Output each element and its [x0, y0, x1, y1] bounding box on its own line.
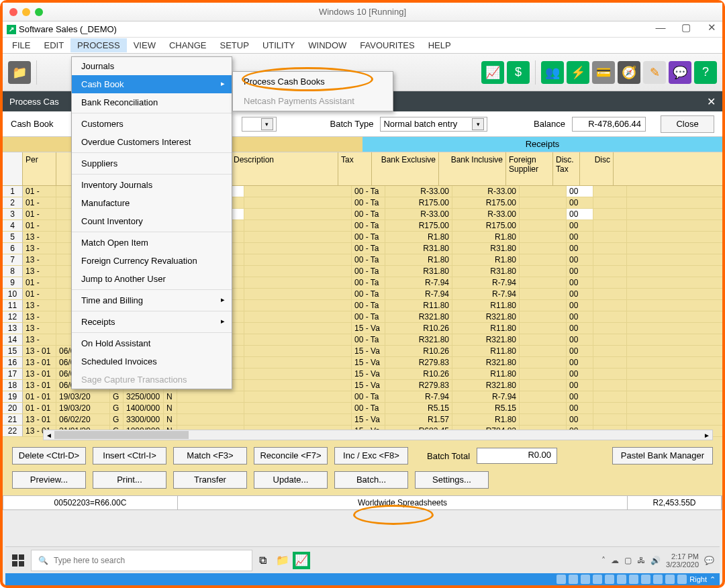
start-button[interactable]	[5, 547, 31, 574]
menu-change[interactable]: CHANGE	[162, 38, 213, 52]
vm-icon[interactable]	[677, 575, 687, 584]
win-max-icon[interactable]: ▢	[678, 21, 694, 34]
vm-icon[interactable]	[641, 575, 650, 584]
menu-help[interactable]: HELP	[422, 38, 458, 52]
menu-timebilling[interactable]: Time and Billing	[72, 291, 232, 309]
taskview-icon[interactable]: ⧉	[252, 554, 273, 567]
table-row[interactable]: 1901 - 0119/03/20G3250/000N00 - TaR-7.94…	[3, 391, 722, 403]
vm-icon[interactable]	[653, 575, 663, 584]
submenu-process-cashbooks[interactable]: Process Cash Books	[233, 72, 393, 91]
close-button[interactable]: Close	[661, 115, 714, 133]
taskbar-clock[interactable]: 2:17 PM 3/23/2020	[666, 552, 699, 569]
vm-icon[interactable]	[569, 575, 578, 584]
transfer-button[interactable]: Transfer	[173, 471, 247, 489]
menu-window[interactable]: WINDOW	[301, 38, 353, 52]
match-button[interactable]: Match <F3>	[173, 447, 247, 464]
menu-edit[interactable]: EDIT	[37, 38, 70, 52]
tray-cloud-icon[interactable]: ☁	[611, 556, 619, 565]
update-button[interactable]: Update...	[254, 471, 328, 489]
panel-close-icon[interactable]: ✕	[707, 95, 716, 108]
win-close-icon[interactable]: ✕	[704, 21, 720, 34]
vm-icon[interactable]	[605, 575, 614, 584]
vm-ctrl-icon[interactable]: ⌃	[710, 575, 716, 584]
svg-rect-2	[12, 561, 17, 567]
vm-icon[interactable]	[557, 575, 566, 584]
status-right: R2,453.55D	[628, 496, 722, 509]
menu-bankrec[interactable]: Bank Reconciliation	[72, 93, 232, 111]
batchtype-dropdown[interactable]: Normal batch entry▾	[380, 117, 487, 132]
table-row[interactable]: 2001 - 0119/03/20G1400/000N00 - TaR5.15R…	[3, 403, 722, 414]
svg-rect-0	[12, 554, 17, 560]
menu-schedinv[interactable]: Scheduled Invoices	[72, 352, 232, 371]
vm-icon[interactable]	[629, 575, 638, 584]
menu-matchopen[interactable]: Match Open Item	[72, 234, 232, 252]
batch-total-label: Batch Total	[427, 451, 470, 461]
app-title: Software Sales (_DEMO)	[19, 24, 117, 34]
search-placeholder: Type here to search	[54, 556, 125, 565]
process-menu: Journals Cash Book Bank Reconciliation C…	[71, 56, 232, 389]
taskbar-search[interactable]: 🔍 Type here to search	[31, 550, 252, 571]
app-taskbar-icon[interactable]: 📈	[293, 552, 310, 569]
menu-favourites[interactable]: FAVOURITES	[353, 38, 421, 52]
toolbar-people-icon[interactable]: 👥	[541, 61, 564, 84]
cashbook-dropdown[interactable]: ▾	[242, 117, 277, 132]
menu-jumpuser[interactable]: Jump to Another User	[72, 270, 232, 288]
tray-network-icon[interactable]: 🖧	[637, 556, 645, 565]
batch-button[interactable]: Batch...	[334, 471, 408, 489]
menu-process[interactable]: PROCESS	[70, 38, 127, 52]
toolbar-icon-1[interactable]: 📁	[8, 61, 31, 84]
toolbar-card-icon[interactable]: 💳	[592, 61, 615, 84]
explorer-icon[interactable]: 📁	[273, 554, 293, 567]
toolbar-chat-icon[interactable]: 💬	[669, 61, 691, 84]
horizontal-scrollbar[interactable]: ◄ ►	[43, 430, 713, 440]
toolbar-chart-icon[interactable]: 📈	[481, 61, 504, 84]
status-bar: 00502203=R66.00C Worldwide Spreadsheets …	[3, 495, 722, 510]
tray-notifications-icon[interactable]: 💬	[704, 556, 714, 565]
tray-volume-icon[interactable]: 🔊	[650, 556, 661, 565]
vm-icon[interactable]	[581, 575, 590, 584]
insert-button[interactable]: Insert <Ctrl-I>	[93, 447, 166, 464]
app-icon: ↗	[7, 25, 16, 34]
menu-customers[interactable]: Customers	[72, 115, 232, 133]
menu-file[interactable]: FILE	[5, 38, 37, 52]
preview-button[interactable]: Preview...	[12, 471, 86, 489]
toolbar-edit-icon[interactable]: ✎	[643, 61, 666, 84]
toolbar-money-icon[interactable]: $	[507, 61, 530, 84]
tray-battery-icon[interactable]: ▢	[624, 556, 632, 565]
win-min-icon[interactable]: —	[652, 21, 669, 34]
menu-utility[interactable]: UTILITY	[256, 38, 301, 52]
menu-journals[interactable]: Journals	[72, 57, 232, 75]
menu-suppliers[interactable]: Suppliers	[72, 154, 232, 173]
toolbar-compass-icon[interactable]: 🧭	[618, 61, 640, 84]
menu-receipts[interactable]: Receipts	[72, 313, 232, 331]
pastel-button[interactable]: Pastel Bank Manager	[612, 447, 713, 464]
menu-invjournals[interactable]: Inventory Journals	[72, 176, 232, 194]
search-icon: 🔍	[38, 556, 48, 565]
reconcile-button[interactable]: Reconcile <F7>	[254, 447, 328, 464]
menu-view[interactable]: VIEW	[127, 38, 162, 52]
settings-button[interactable]: Settings...	[415, 471, 489, 489]
print-button[interactable]: Print...	[93, 471, 166, 489]
toolbar-help-icon[interactable]: ?	[694, 61, 717, 84]
table-row[interactable]: 2113 - 0106/02/20G3300/000N15 - VaR1.57R…	[3, 414, 722, 426]
tab-receipts[interactable]: Receipts	[362, 137, 722, 152]
toolbar-bolt-icon[interactable]: ⚡	[567, 61, 589, 84]
taskbar: 🔍 Type here to search ⧉ 📁 📈 ˄ ☁ ▢ 🖧 🔊 2:…	[5, 546, 720, 573]
menu-countinv[interactable]: Count Inventory	[72, 212, 232, 230]
vm-icon[interactable]	[617, 575, 626, 584]
vm-icon[interactable]	[593, 575, 602, 584]
vm-icon[interactable]	[665, 575, 675, 584]
tray-up-icon[interactable]: ˄	[601, 556, 606, 565]
menu-onhold[interactable]: On Hold Assistant	[72, 334, 232, 352]
balance-label: Balance	[534, 119, 565, 129]
menu-overdue[interactable]: Overdue Customers Interest	[72, 133, 232, 151]
status-mid: Worldwide Spreadsheets	[178, 496, 628, 509]
menu-setup[interactable]: SETUP	[213, 38, 256, 52]
svg-rect-3	[19, 561, 24, 567]
menu-cashbook[interactable]: Cash Book	[72, 75, 232, 93]
menu-manufacture[interactable]: Manufacture	[72, 194, 232, 212]
incexc-button[interactable]: Inc / Exc <F8>	[334, 447, 408, 464]
submenu-netcash: Netcash Payments Assistant	[233, 91, 393, 111]
menu-fxreval[interactable]: Foreign Currency Revaluation	[72, 252, 232, 270]
delete-button[interactable]: Delete <Ctrl-D>	[12, 447, 86, 464]
